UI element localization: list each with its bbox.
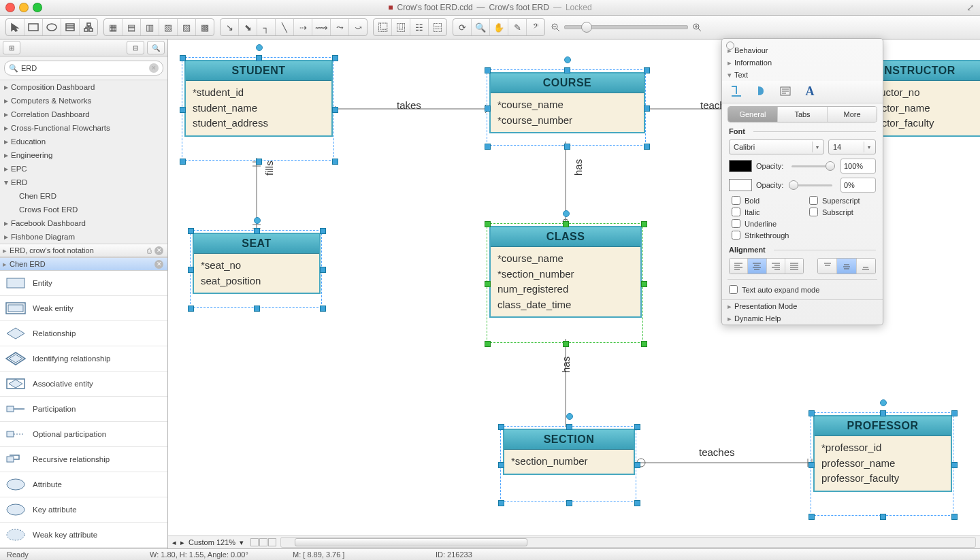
- align-right[interactable]: [767, 259, 785, 274]
- layout-2[interactable]: ⿶: [392, 19, 410, 35]
- shape-item[interactable]: Key attribute: [0, 497, 167, 523]
- edit-tool[interactable]: ✎: [508, 19, 527, 35]
- bold-checkbox[interactable]: Bold: [725, 195, 802, 206]
- layout-1[interactable]: ⿺: [374, 19, 392, 35]
- shape-item[interactable]: Optional participation: [0, 422, 167, 447]
- shape-list[interactable]: EntityWeak entityRelationshipIdentifying…: [0, 271, 167, 548]
- align-5[interactable]: ▨: [178, 19, 196, 35]
- inspector-section-text[interactable]: ▾Text: [722, 69, 883, 81]
- tree-item[interactable]: ▸Composition Dashboard: [0, 80, 167, 94]
- zoom-drop[interactable]: ▾: [240, 538, 244, 547]
- entity-course[interactable]: COURSE *course_name *course_number: [489, 72, 645, 133]
- pointer-tool[interactable]: [6, 19, 24, 35]
- fill-color-icon[interactable]: [753, 84, 768, 99]
- text-opacity-slider[interactable]: [791, 165, 832, 167]
- library-view-tree[interactable]: ⊞: [3, 41, 20, 54]
- library-search-input[interactable]: 🔍 ERD ✕: [4, 61, 163, 76]
- conn-3[interactable]: ┐: [257, 19, 276, 35]
- refresh-tool[interactable]: ⟳: [453, 19, 472, 35]
- shape-item[interactable]: Weak key attribute: [0, 523, 167, 548]
- inspector-grip[interactable]: [726, 42, 734, 50]
- conn-2[interactable]: ⬊: [239, 19, 257, 35]
- shape-item[interactable]: Weak entity: [0, 296, 167, 321]
- para-icon[interactable]: [778, 84, 793, 99]
- conn-7[interactable]: ⤳: [331, 19, 349, 35]
- library-view-search[interactable]: 🔍: [147, 41, 165, 54]
- conn-6[interactable]: ⟿: [312, 19, 331, 35]
- inspector-section-dynhelp[interactable]: ▸Dynamic Help: [722, 312, 883, 325]
- tree-item[interactable]: ▸Correlation Dashboard: [0, 108, 167, 121]
- zoom-slider-thumb[interactable]: [581, 22, 592, 33]
- zoom-slider[interactable]: [564, 25, 688, 29]
- tree-item[interactable]: ▸Education: [0, 135, 167, 148]
- tree-item[interactable]: ▸EPC: [0, 162, 167, 176]
- layout-3[interactable]: ☷: [410, 19, 429, 35]
- category-header[interactable]: ▸Chen ERD✕: [0, 257, 167, 271]
- shape-item[interactable]: Relationship: [0, 321, 167, 346]
- align-3[interactable]: ▥: [141, 19, 159, 35]
- bg-opacity-slider[interactable]: [791, 184, 832, 186]
- table-tool[interactable]: [61, 19, 80, 35]
- shape-item[interactable]: Attribute: [0, 472, 167, 497]
- ellipse-tool[interactable]: [43, 19, 61, 35]
- tree-item[interactable]: ▸Fishbone Diagram: [0, 230, 167, 244]
- align-6[interactable]: ▩: [196, 19, 214, 35]
- align-center[interactable]: [748, 259, 766, 274]
- entity-section[interactable]: SECTION *section_number: [503, 429, 635, 475]
- align-justify[interactable]: [785, 259, 803, 274]
- entity-student[interactable]: STUDENT *student_id student_name student…: [184, 60, 333, 137]
- align-2[interactable]: ▤: [122, 19, 141, 35]
- layout-4[interactable]: ⿳: [429, 19, 446, 35]
- inspector-section-presentation[interactable]: ▸Presentation Mode: [722, 299, 883, 312]
- shape-item[interactable]: Entity: [0, 271, 167, 296]
- underline-color-icon[interactable]: [729, 84, 744, 99]
- inspector-section-information[interactable]: ▸Information: [722, 56, 883, 69]
- valign-top[interactable]: [818, 259, 837, 274]
- conn-5[interactable]: ⇢: [294, 19, 312, 35]
- valign-middle[interactable]: [837, 259, 856, 274]
- conn-4[interactable]: ╲: [276, 19, 294, 35]
- subscript-checkbox[interactable]: Subscript: [802, 206, 880, 218]
- tree-item-child[interactable]: Chen ERD: [0, 189, 167, 203]
- zoom-out-icon[interactable]: [551, 22, 560, 32]
- h-scrollbar[interactable]: [280, 537, 976, 548]
- conn-8[interactable]: ⤻: [349, 19, 367, 35]
- entity-seat[interactable]: SEAT *seat_no seat_position: [193, 233, 321, 294]
- shape-item[interactable]: Participation: [0, 397, 167, 422]
- tree-item-child[interactable]: Crows Foot ERD: [0, 203, 167, 216]
- strike-checkbox[interactable]: Strikethrough: [725, 229, 802, 241]
- inspector-panel[interactable]: ▸Behaviour ▸Information ▾Text A General …: [721, 38, 883, 325]
- align-4[interactable]: ▧: [159, 19, 178, 35]
- font-size-select[interactable]: 14▾: [828, 139, 876, 154]
- align-left[interactable]: [730, 259, 748, 274]
- h-scrollbar-thumb[interactable]: [295, 538, 527, 546]
- zoom-next[interactable]: ▸: [180, 538, 184, 547]
- search-clear-button[interactable]: ✕: [149, 63, 159, 73]
- font-family-select[interactable]: Calibri▾: [729, 139, 824, 154]
- tree-item[interactable]: ▸Cross-Functional Flowcharts: [0, 121, 167, 135]
- text-color-swatch[interactable]: [729, 160, 752, 172]
- tree-item[interactable]: ▸Facebook Dashboard: [0, 216, 167, 230]
- zoom-prev[interactable]: ◂: [172, 538, 176, 547]
- rect-tool[interactable]: [24, 19, 43, 35]
- tree-item[interactable]: ▸Engineering: [0, 148, 167, 162]
- inspector-tab-general[interactable]: General: [728, 107, 778, 122]
- zoom-value[interactable]: Custom 121%: [189, 538, 235, 546]
- italic-checkbox[interactable]: Italic: [725, 206, 802, 218]
- eyedropper-tool[interactable]: 𝄢: [527, 19, 544, 35]
- superscript-checkbox[interactable]: Superscript: [802, 195, 880, 206]
- bg-color-swatch[interactable]: [729, 179, 752, 191]
- valign-bottom[interactable]: [857, 259, 875, 274]
- inspector-section-behaviour[interactable]: ▸Behaviour: [722, 44, 883, 56]
- entity-class[interactable]: CLASS *course_name *section_number num_r…: [489, 226, 642, 318]
- shape-item[interactable]: Identifying relationship: [0, 346, 167, 372]
- auto-expand-checkbox[interactable]: Text auto expand mode: [722, 282, 883, 299]
- hand-tool[interactable]: ✋: [490, 19, 508, 35]
- align-1[interactable]: ▦: [104, 19, 122, 35]
- tree-item[interactable]: ▾ERD: [0, 176, 167, 189]
- text-opacity-value[interactable]: 100%: [840, 159, 876, 174]
- entity-professor[interactable]: PROFESSOR *professor_id professor_name p…: [813, 415, 952, 492]
- underline-checkbox[interactable]: Underline: [725, 218, 802, 229]
- shape-item[interactable]: Recursive relationship: [0, 447, 167, 472]
- library-tree[interactable]: ▸Composition Dashboard▸Computers & Netwo…: [0, 80, 167, 244]
